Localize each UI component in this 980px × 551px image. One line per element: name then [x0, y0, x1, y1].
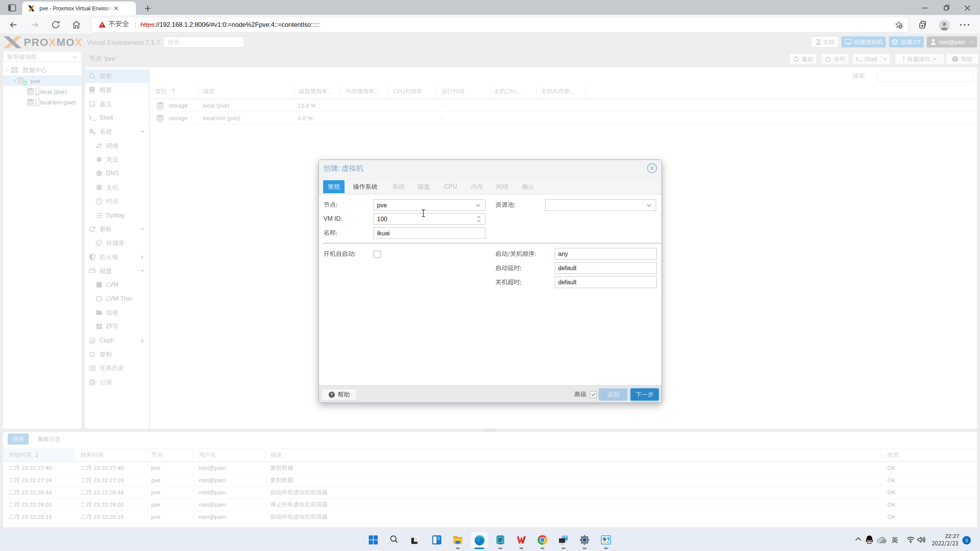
svg-text:?: ?: [330, 392, 333, 397]
svg-text:?: ?: [954, 57, 956, 61]
